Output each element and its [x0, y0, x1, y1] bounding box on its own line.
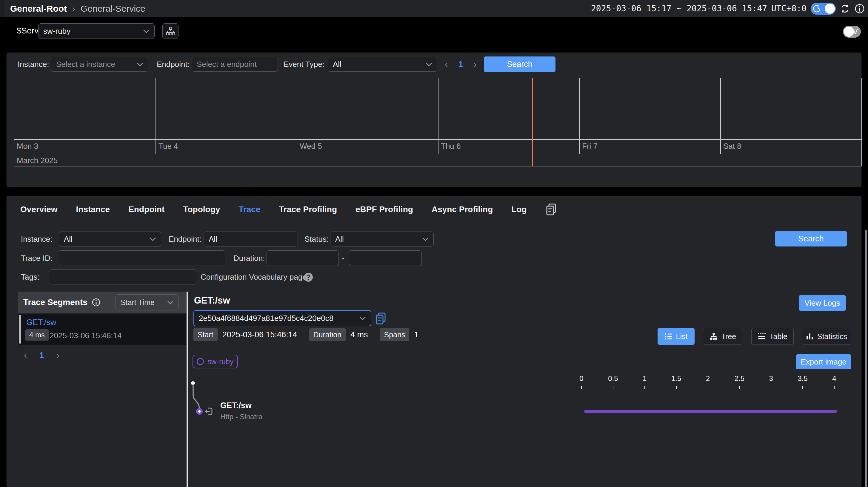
- day-label: Wed 5: [300, 142, 322, 151]
- start-pill: Start: [193, 328, 218, 341]
- filter-duration-min-input[interactable]: [267, 250, 339, 266]
- event-type-label: Event Type:: [284, 57, 324, 72]
- tab-instance[interactable]: Instance: [76, 205, 110, 214]
- duration-value: 4 ms: [350, 330, 368, 339]
- list-icon: [665, 333, 673, 340]
- day-divider: [720, 78, 721, 154]
- prev-page-icon[interactable]: ‹: [445, 59, 448, 69]
- view-table-label: Table: [770, 332, 787, 341]
- tab-ebpf-profiling[interactable]: eBPF Profiling: [355, 205, 413, 214]
- event-endpoint-input[interactable]: [192, 57, 278, 72]
- tab-log[interactable]: Log: [511, 205, 527, 214]
- export-image-button[interactable]: Export image: [796, 354, 851, 369]
- prev-page-icon[interactable]: ‹: [24, 350, 27, 360]
- version-toggle-label: V: [853, 27, 858, 36]
- chevron-down-icon: [167, 300, 174, 305]
- axis-tick-label: 1.5: [671, 374, 681, 383]
- filter-duration-max-input[interactable]: [349, 250, 422, 266]
- chevron-down-icon: [137, 62, 143, 66]
- segments-pagination: ‹ 1 ›: [18, 345, 187, 366]
- event-page-number[interactable]: 1: [459, 60, 463, 69]
- view-statistics-button[interactable]: Statistics: [802, 328, 851, 345]
- copy-dashboard-icon[interactable]: [545, 203, 557, 216]
- version-toggle-knob: [844, 27, 854, 37]
- breadcrumb-root[interactable]: General-Root: [10, 4, 67, 14]
- segments-header: Trace Segments Start Time: [18, 292, 187, 313]
- service-select[interactable]: sw-ruby: [38, 23, 155, 39]
- table-icon: [757, 333, 766, 340]
- view-list-label: List: [676, 332, 688, 341]
- service-select-value: sw-ruby: [43, 27, 70, 36]
- segment-list-item[interactable]: GET:/sw 4 ms 2025-03-06 15:46:14: [19, 314, 186, 345]
- span-duration-bar[interactable]: [584, 410, 837, 413]
- event-search-button[interactable]: Search: [484, 56, 556, 72]
- breadcrumb-current: General-Service: [81, 4, 145, 14]
- segments-info-icon[interactable]: [92, 298, 101, 307]
- service-tag[interactable]: sw-ruby: [192, 355, 238, 368]
- trace-meta-row: Start 2025-03-06 15:46:14 Duration 4 ms …: [193, 328, 418, 341]
- tab-endpoint[interactable]: Endpoint: [128, 205, 164, 214]
- page-scrollbar[interactable]: [865, 230, 867, 487]
- tree-icon: [710, 333, 718, 340]
- tab-async-profiling[interactable]: Async Profiling: [432, 205, 493, 214]
- segment-endpoint[interactable]: GET:/sw: [26, 318, 56, 327]
- event-type-value: All: [333, 60, 341, 69]
- trace-id-value: 2e50a4f6884d497a81e97d5c4c20e0c8: [199, 314, 333, 323]
- filter-instance-select[interactable]: All: [59, 232, 161, 247]
- span-node-dot[interactable]: [196, 408, 203, 415]
- copy-trace-id-icon[interactable]: [375, 312, 387, 325]
- day-label: Sat 8: [723, 142, 741, 151]
- service-topology-button[interactable]: [162, 23, 179, 39]
- filter-tags-input[interactable]: [49, 269, 197, 284]
- help-icon[interactable]: ?: [304, 273, 313, 282]
- axis-tick-label: 1: [643, 374, 647, 383]
- span-node-dot-center: [198, 410, 200, 412]
- event-instance-select[interactable]: Select a instance: [51, 57, 148, 72]
- filter-endpoint-input[interactable]: [204, 232, 298, 247]
- tab-trace[interactable]: Trace: [239, 205, 260, 214]
- month-label: March 2025: [17, 156, 58, 165]
- view-list-button[interactable]: List: [657, 328, 694, 345]
- segments-page-number[interactable]: 1: [39, 351, 44, 360]
- info-icon[interactable]: [854, 3, 865, 14]
- segment-start-time: 2025-03-06 15:46:14: [50, 331, 122, 340]
- service-tag-circle-icon: [197, 358, 204, 365]
- view-mode-buttons: List Tree Table: [657, 328, 851, 345]
- day-label: Fri 7: [582, 142, 597, 151]
- time-range[interactable]: 2025-03-06 15:17 ~ 2025-03-06 15:47: [591, 4, 767, 13]
- tab-topology[interactable]: Topology: [183, 205, 220, 214]
- trace-search-button[interactable]: Search: [775, 231, 847, 247]
- filter-endpoint-label: Endpoint:: [168, 232, 202, 247]
- event-type-select[interactable]: All: [328, 57, 437, 72]
- segment-duration-badge: 4 ms: [25, 329, 49, 341]
- filter-duration-label: Duration:: [234, 250, 265, 266]
- refresh-icon[interactable]: [840, 4, 850, 14]
- vocabulary-link[interactable]: Configuration Vocabulary page: [200, 269, 307, 284]
- next-page-icon[interactable]: ›: [56, 350, 59, 360]
- tab-overview[interactable]: Overview: [20, 205, 58, 214]
- view-tree-button[interactable]: Tree: [703, 328, 743, 345]
- axis-tick-label: 3.5: [798, 374, 807, 383]
- filter-instance-value: All: [64, 234, 72, 244]
- timeline-axis-line: [14, 139, 862, 140]
- view-logs-button[interactable]: View Logs: [799, 295, 846, 311]
- next-page-icon[interactable]: ›: [474, 59, 477, 69]
- panel-splitter[interactable]: [187, 292, 188, 487]
- segment-scrollbar[interactable]: [19, 315, 21, 344]
- trace-id-select[interactable]: 2e50a4f6884d497a81e97d5c4c20e0c8: [193, 310, 371, 326]
- axis-tick-label: 4: [832, 374, 836, 383]
- event-timeline-chart[interactable]: Mon 3 Tue 4 Wed 5 Thu 6 Fri 7 Sat 8 Marc…: [14, 78, 862, 166]
- filter-traceid-input[interactable]: [59, 250, 225, 266]
- axis-tick-label: 0.5: [608, 374, 618, 383]
- version-toggle[interactable]: V: [843, 26, 861, 38]
- dark-mode-toggle[interactable]: [811, 3, 836, 15]
- filter-status-select[interactable]: All: [330, 232, 434, 247]
- span-name[interactable]: GET:/sw: [220, 401, 252, 410]
- detail-separator: [192, 349, 861, 349]
- day-label: Thu 6: [441, 142, 461, 151]
- tab-trace-profiling[interactable]: Trace Profiling: [279, 205, 337, 214]
- view-statistics-label: Statistics: [817, 332, 847, 341]
- segments-sort-select[interactable]: Start Time: [116, 294, 179, 310]
- view-table-button[interactable]: Table: [751, 328, 794, 345]
- topbar-right: 2025-03-06 15:17 ~ 2025-03-06 15:47 UTC+…: [591, 0, 865, 17]
